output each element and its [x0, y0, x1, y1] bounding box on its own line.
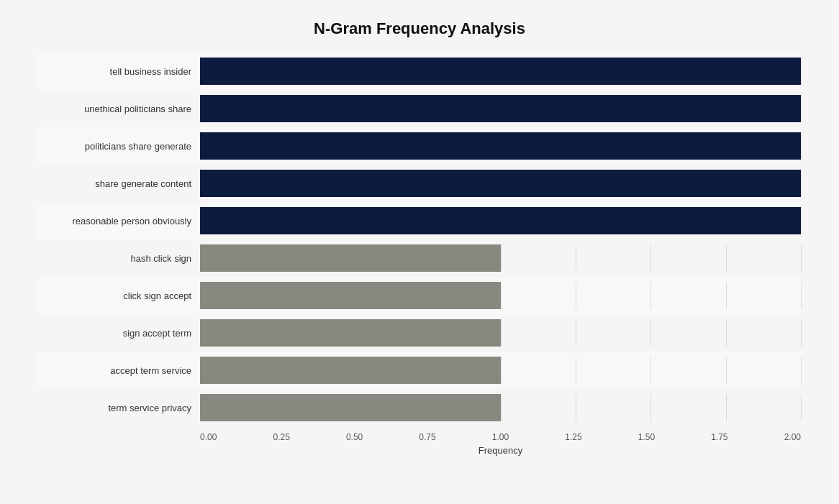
- bar-label: share generate content: [38, 178, 200, 189]
- bar-track: [200, 207, 801, 234]
- x-tick: 1.75: [711, 432, 727, 442]
- bar-row: term service privacy: [38, 389, 801, 426]
- x-tick: 1.50: [638, 432, 655, 442]
- bar-track: [200, 394, 801, 421]
- x-tick: 0.00: [200, 432, 217, 442]
- bar-track: [200, 319, 801, 347]
- bar-track: [200, 58, 801, 85]
- bar-fill: [200, 357, 501, 384]
- bar-row: accept term service: [38, 352, 801, 389]
- bar-fill: [200, 282, 501, 309]
- bar-fill: [200, 132, 801, 160]
- bar-label: accept term service: [38, 365, 200, 376]
- bar-fill: [200, 170, 801, 197]
- bar-track: [200, 170, 801, 197]
- bar-track: [200, 95, 801, 122]
- bar-fill: [200, 319, 501, 347]
- bar-row: politicians share generate: [38, 127, 801, 165]
- x-tick: 0.25: [273, 432, 289, 442]
- bar-row: click sign accept: [38, 277, 801, 314]
- x-axis-label: Frequency: [200, 445, 801, 456]
- x-tick: 1.25: [565, 432, 581, 442]
- chart-container: N-Gram Frequency Analysis tell business …: [24, 5, 815, 499]
- bar-fill: [200, 95, 801, 122]
- bar-fill: [200, 58, 801, 85]
- chart-title: N-Gram Frequency Analysis: [38, 19, 801, 38]
- bar-label: reasonable person obviously: [38, 216, 200, 226]
- bar-label: click sign accept: [38, 290, 200, 301]
- bar-row: sign accept term: [38, 314, 801, 352]
- bar-label: hash click sign: [38, 253, 200, 264]
- bar-fill: [200, 244, 501, 272]
- x-tick: 0.75: [419, 432, 435, 442]
- bar-row: tell business insider: [38, 52, 801, 90]
- bar-label: tell business insider: [38, 66, 200, 77]
- bar-track: [200, 357, 801, 384]
- bar-row: unethical politicians share: [38, 90, 801, 127]
- bar-track: [200, 132, 801, 160]
- bar-label: term service privacy: [38, 403, 200, 413]
- bar-row: hash click sign: [38, 239, 801, 277]
- x-tick: 1.00: [492, 432, 509, 442]
- bar-label: politicians share generate: [38, 141, 200, 152]
- bar-track: [200, 282, 801, 309]
- x-tick: 0.50: [346, 432, 363, 442]
- bar-fill: [200, 394, 501, 421]
- bar-row: reasonable person obviously: [38, 202, 801, 239]
- bar-row: share generate content: [38, 165, 801, 202]
- bar-label: unethical politicians share: [38, 104, 200, 114]
- bar-fill: [200, 207, 801, 234]
- bar-track: [200, 244, 801, 272]
- bar-label: sign accept term: [38, 328, 200, 339]
- x-tick: 2.00: [784, 432, 801, 442]
- chart-area: tell business insiderunethical politicia…: [38, 52, 801, 426]
- x-axis-ticks: 0.000.250.500.751.001.251.501.752.00 Fre…: [200, 432, 801, 456]
